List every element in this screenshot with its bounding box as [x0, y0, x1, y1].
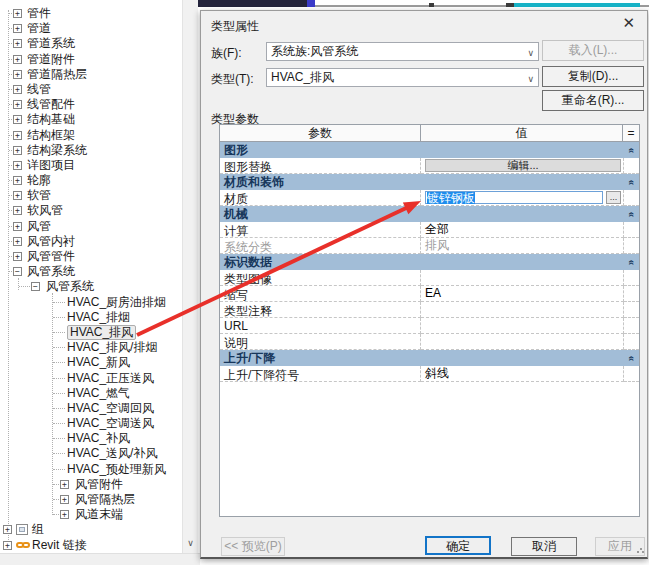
- tree-item[interactable]: −风管系统: [0, 279, 181, 294]
- param-group-header[interactable]: 机械«: [220, 206, 639, 222]
- tree-item[interactable]: +结构框架: [0, 128, 181, 143]
- expand-box-icon[interactable]: +: [13, 252, 22, 261]
- tree-item[interactable]: −风管系统: [0, 264, 181, 279]
- tree-item-label[interactable]: 详图项目: [27, 159, 75, 172]
- tree-item-label[interactable]: 结构梁系统: [27, 144, 87, 157]
- tree-item[interactable]: HVAC_新风: [0, 355, 181, 370]
- tree-item-label[interactable]: 结构框架: [27, 129, 75, 142]
- tree-item-label[interactable]: HVAC_排风: [67, 325, 136, 340]
- tree-item-label[interactable]: 管道系统: [27, 37, 75, 50]
- expand-box-icon[interactable]: +: [13, 70, 22, 79]
- tree-scrollbar[interactable]: ∨: [182, 0, 198, 553]
- expand-box-icon[interactable]: +: [13, 146, 22, 155]
- param-value[interactable]: [421, 318, 624, 334]
- tree-item[interactable]: +管件: [0, 6, 181, 21]
- tree-item[interactable]: +组: [0, 522, 181, 537]
- tree-item[interactable]: HVAC_补风: [0, 431, 181, 446]
- tree-item[interactable]: +软风管: [0, 203, 181, 218]
- expand-box-icon[interactable]: +: [60, 480, 69, 489]
- tree-item[interactable]: +风管隔热层: [0, 492, 181, 507]
- tree-item-label[interactable]: 线管配件: [27, 98, 75, 111]
- tree-item[interactable]: HVAC_排烟: [0, 310, 181, 325]
- tree-item-label[interactable]: 风管系统: [46, 280, 94, 293]
- tree-item-label[interactable]: HVAC_补风: [67, 432, 130, 445]
- collapse-chevron-icon[interactable]: «: [626, 207, 637, 222]
- tree-item-label[interactable]: 风管管件: [27, 250, 75, 263]
- tree-item-label[interactable]: HVAC_厨房油排烟: [67, 296, 166, 309]
- ok-button[interactable]: 确定: [425, 536, 491, 555]
- tree-item[interactable]: +线管配件: [0, 97, 181, 112]
- tree-item-label[interactable]: HVAC_排风/排烟: [67, 341, 157, 354]
- tree-item-label[interactable]: HVAC_空调回风: [67, 402, 154, 415]
- tree-item-label[interactable]: 风管系统: [27, 265, 75, 278]
- tree-item-label[interactable]: 管道附件: [27, 53, 75, 66]
- load-button[interactable]: 载入(L)...: [542, 40, 644, 61]
- param-value[interactable]: 镀锌钢板...: [421, 190, 624, 206]
- param-value[interactable]: [421, 334, 624, 350]
- tree-item-label[interactable]: 软管: [27, 189, 51, 202]
- expand-box-icon[interactable]: +: [3, 541, 12, 550]
- tree-item-label[interactable]: 线管: [27, 83, 51, 96]
- param-group-header[interactable]: 图形«: [220, 142, 639, 158]
- collapse-chevron-icon[interactable]: «: [626, 175, 637, 190]
- tree-item[interactable]: HVAC_空调回风: [0, 401, 181, 416]
- tree-item[interactable]: +软管: [0, 188, 181, 203]
- preview-button[interactable]: << 预览(P): [221, 537, 285, 556]
- expand-box-icon[interactable]: +: [13, 85, 22, 94]
- tree-item[interactable]: +Revit 链接: [0, 538, 181, 553]
- tree-item[interactable]: HVAC_送风/补风: [0, 446, 181, 461]
- tree-item-label[interactable]: HVAC_正压送风: [67, 372, 154, 385]
- tree-item[interactable]: +详图项目: [0, 158, 181, 173]
- param-group-header[interactable]: 材质和装饰«: [220, 174, 639, 190]
- expand-box-icon[interactable]: +: [13, 24, 22, 33]
- collapse-box-icon[interactable]: −: [13, 267, 22, 276]
- material-edit-field[interactable]: 镀锌钢板: [425, 191, 603, 204]
- collapse-chevron-icon[interactable]: «: [626, 255, 637, 270]
- param-value[interactable]: [421, 270, 624, 286]
- param-value[interactable]: [421, 302, 624, 318]
- tree-item-label[interactable]: HVAC_排烟: [67, 311, 130, 324]
- tree-item[interactable]: +结构基础: [0, 112, 181, 127]
- scroll-down-arrow-icon[interactable]: ∨: [183, 535, 198, 552]
- close-icon[interactable]: ✕: [622, 15, 635, 31]
- tree-item[interactable]: +线管: [0, 82, 181, 97]
- collapse-chevron-icon[interactable]: «: [626, 143, 637, 158]
- tree-item[interactable]: HVAC_排风: [0, 325, 181, 340]
- edit-overrides-button[interactable]: 编辑...: [425, 159, 621, 172]
- param-group-header[interactable]: 上升/下降«: [220, 350, 639, 366]
- tree-item-label[interactable]: 管道: [27, 22, 51, 35]
- expand-box-icon[interactable]: +: [13, 39, 22, 48]
- tree-item[interactable]: +结构梁系统: [0, 143, 181, 158]
- tree-item-label[interactable]: Revit 链接: [32, 539, 87, 552]
- tree-item[interactable]: HVAC_预处理新风: [0, 462, 181, 477]
- tree-item[interactable]: HVAC_排风/排烟: [0, 340, 181, 355]
- expand-box-icon[interactable]: +: [13, 131, 22, 140]
- expand-box-icon[interactable]: +: [60, 495, 69, 504]
- tree-item-label[interactable]: 风道末端: [75, 508, 123, 521]
- param-value[interactable]: 斜线: [421, 366, 624, 382]
- cancel-button[interactable]: 取消: [511, 537, 577, 556]
- tree-item-label[interactable]: 结构基础: [27, 113, 75, 126]
- param-value[interactable]: 全部: [421, 222, 624, 238]
- tree-item[interactable]: +管道隔热层: [0, 67, 181, 82]
- tree-item-label[interactable]: 风管附件: [75, 478, 123, 491]
- tree-item-label[interactable]: 风管内衬: [27, 235, 75, 248]
- tree-item-label[interactable]: HVAC_空调送风: [67, 417, 154, 430]
- tree-item-label[interactable]: HVAC_新风: [67, 356, 130, 369]
- param-value[interactable]: 编辑...: [421, 158, 624, 174]
- tree-item[interactable]: HVAC_空调送风: [0, 416, 181, 431]
- tree-item[interactable]: +风管: [0, 219, 181, 234]
- tree-item[interactable]: HVAC_正压送风: [0, 371, 181, 386]
- expand-box-icon[interactable]: +: [13, 55, 22, 64]
- tree-item-label[interactable]: HVAC_送风/补风: [67, 447, 157, 460]
- browse-material-button[interactable]: ...: [606, 191, 621, 204]
- tree-item[interactable]: HVAC_厨房油排烟: [0, 295, 181, 310]
- expand-box-icon[interactable]: +: [13, 222, 22, 231]
- expand-box-icon[interactable]: +: [13, 176, 22, 185]
- collapse-chevron-icon[interactable]: «: [626, 351, 637, 366]
- family-combo[interactable]: 系统族:风管系统 ∨: [266, 42, 539, 61]
- tree-item-label[interactable]: 软风管: [27, 204, 63, 217]
- param-value[interactable]: EA: [421, 286, 624, 302]
- tree-item-label[interactable]: 风管隔热层: [75, 493, 135, 506]
- tree-item[interactable]: +风道末端: [0, 507, 181, 522]
